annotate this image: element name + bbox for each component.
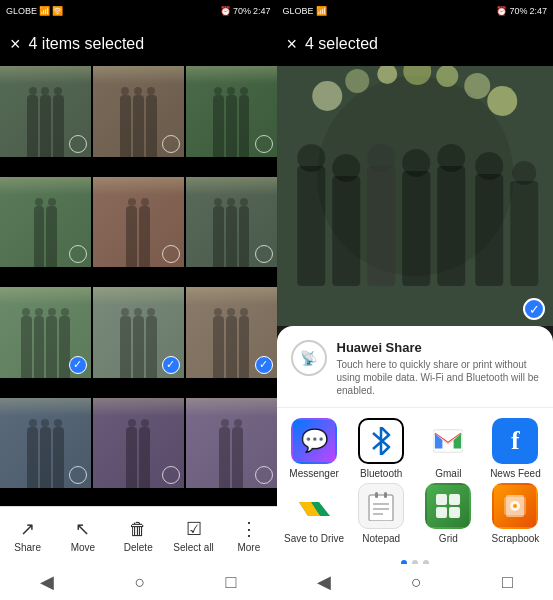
right-alarm-icon: ⏰: [496, 6, 507, 16]
photo-cell-12[interactable]: [186, 398, 277, 489]
gmail-symbol: [433, 429, 463, 453]
photo-cell-11[interactable]: [93, 398, 184, 489]
back-nav-icon[interactable]: ◀: [40, 571, 54, 593]
right-header: × 4 selected: [277, 22, 554, 66]
delete-label: Delete: [124, 542, 153, 553]
signal-icons: 📶: [39, 6, 50, 16]
notepad-symbol: [367, 491, 395, 521]
svg-point-37: [513, 504, 517, 508]
photo-grid: ✓ ✓ ✓: [0, 66, 277, 506]
select-all-button[interactable]: ☑ Select all: [166, 518, 221, 553]
checkmark-7: ✓: [73, 359, 82, 370]
main-photo: ✓: [277, 66, 554, 326]
huawei-share-text: Huawei Share Touch here to quickly share…: [337, 340, 540, 397]
svg-rect-19: [475, 174, 503, 286]
scrapbook-symbol: [501, 492, 529, 520]
checkmark-9: ✓: [259, 359, 268, 370]
svg-rect-32: [436, 507, 447, 518]
share-button[interactable]: ↗ Share: [0, 518, 55, 553]
messenger-label: Messenger: [289, 468, 338, 479]
grid-label: Grid: [439, 533, 458, 544]
app-bluetooth[interactable]: Bluetooth: [350, 418, 413, 479]
messenger-icon: 💬: [291, 418, 337, 464]
app-grid[interactable]: Grid: [417, 483, 480, 544]
scrapbook-icon: [492, 483, 538, 529]
status-bar-right: ⏰ 70% 2:47: [220, 6, 271, 16]
scrapbook-label: Scrapbook: [492, 533, 540, 544]
huawei-share-title: Huawei Share: [337, 340, 540, 355]
battery-text: 70%: [233, 6, 251, 16]
more-button[interactable]: ⋮ More: [221, 518, 276, 553]
photo-cell-1[interactable]: [0, 66, 91, 157]
move-label: Move: [71, 542, 95, 553]
photo-cell-7[interactable]: ✓: [0, 287, 91, 378]
svg-point-3: [345, 69, 369, 93]
broadcast-icon: 📡: [300, 350, 317, 366]
status-bar-left: GLOBE 📶 🛜: [6, 6, 63, 16]
svg-point-2: [312, 81, 342, 111]
svg-rect-9: [297, 166, 325, 286]
home-nav-icon[interactable]: ○: [134, 572, 145, 593]
right-status-bar-right: ⏰ 70% 2:47: [496, 6, 547, 16]
facebook-symbol: f: [511, 426, 520, 456]
newsfeed-icon: f: [492, 418, 538, 464]
newsfeed-label: News Feed: [490, 468, 541, 479]
right-back-nav-icon[interactable]: ◀: [317, 571, 331, 593]
app-notepad[interactable]: Notepad: [350, 483, 413, 544]
app-scrapbook[interactable]: Scrapbook: [484, 483, 547, 544]
huawei-share-row[interactable]: 📡 Huawei Share Touch here to quickly sha…: [277, 326, 554, 408]
photo-cell-4[interactable]: [0, 177, 91, 268]
main-photo-area[interactable]: ✓: [277, 66, 554, 326]
share-apps-grid: 💬 Messenger Bluetooth: [277, 408, 554, 554]
photo-cell-3[interactable]: [186, 66, 277, 157]
photo-svg: [277, 66, 554, 326]
svg-point-7: [464, 73, 490, 99]
pagination-dots: [277, 554, 554, 564]
main-photo-check[interactable]: ✓: [523, 298, 545, 320]
select-all-label: Select all: [173, 542, 214, 553]
right-close-button[interactable]: ×: [287, 34, 298, 55]
left-close-button[interactable]: ×: [10, 34, 21, 55]
bluetooth-icon: [358, 418, 404, 464]
svg-point-10: [297, 144, 325, 172]
grid-app-icon: [425, 483, 471, 529]
share-icon: ↗: [20, 518, 35, 540]
photo-cell-8[interactable]: ✓: [93, 287, 184, 378]
svg-rect-15: [402, 171, 430, 286]
right-time-text: 2:47: [529, 6, 547, 16]
app-messenger[interactable]: 💬 Messenger: [283, 418, 346, 479]
right-home-nav-icon[interactable]: ○: [411, 572, 422, 593]
gmail-label: Gmail: [435, 468, 461, 479]
messenger-symbol: 💬: [301, 428, 328, 454]
time-text: 2:47: [253, 6, 271, 16]
photo-cell-2[interactable]: [93, 66, 184, 157]
left-header-title: 4 items selected: [29, 35, 145, 53]
move-button[interactable]: ↖ Move: [55, 518, 110, 553]
huawei-share-icon: 📡: [291, 340, 327, 376]
delete-button[interactable]: 🗑 Delete: [111, 519, 166, 553]
select-all-icon: ☑: [186, 518, 202, 540]
grid-symbol: [434, 492, 462, 520]
photo-cell-10[interactable]: [0, 398, 91, 489]
app-gmail[interactable]: Gmail: [417, 418, 480, 479]
move-icon: ↖: [75, 518, 90, 540]
svg-point-8: [487, 86, 517, 116]
right-header-title: 4 selected: [305, 35, 378, 53]
app-newsfeed[interactable]: f News Feed: [484, 418, 547, 479]
photo-cell-5[interactable]: [93, 177, 184, 268]
notepad-label: Notepad: [362, 533, 400, 544]
photo-cell-9[interactable]: ✓: [186, 287, 277, 378]
svg-point-12: [332, 154, 360, 182]
drive-label: Save to Drive: [284, 533, 344, 544]
photo-cell-6[interactable]: [186, 177, 277, 268]
recents-nav-icon[interactable]: □: [226, 572, 237, 593]
alarm-icon: ⏰: [220, 6, 231, 16]
app-drive[interactable]: Save to Drive: [283, 483, 346, 544]
more-label: More: [237, 542, 260, 553]
svg-point-22: [512, 161, 536, 185]
right-panel: GLOBE 📶 ⏰ 70% 2:47 × 4 selected: [277, 0, 554, 600]
right-recents-nav-icon[interactable]: □: [502, 572, 513, 593]
bluetooth-label: Bluetooth: [360, 468, 402, 479]
carrier-text: GLOBE: [6, 6, 37, 16]
main-checkmark: ✓: [529, 302, 540, 317]
